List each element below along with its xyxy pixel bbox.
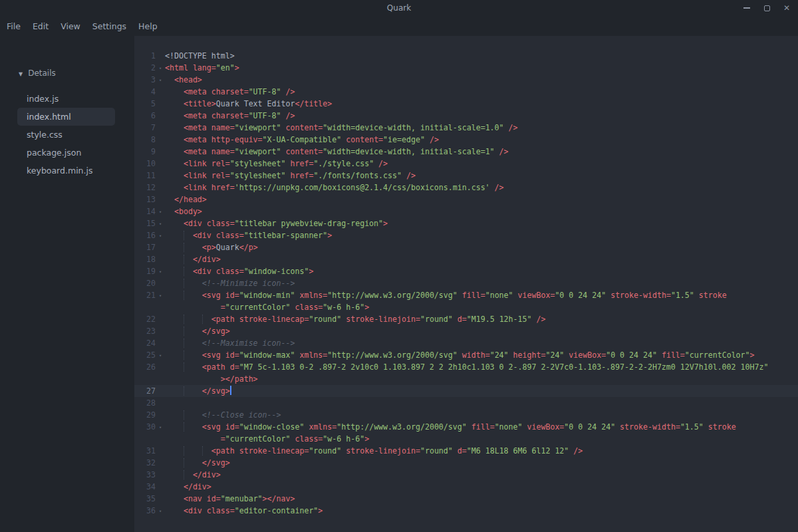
code-text: <head> xyxy=(165,74,798,86)
menu-file[interactable]: File xyxy=(7,21,21,31)
code-text: </svg> xyxy=(165,457,798,469)
code-line-continuation[interactable]: ="currentColor" class="w-6 h-6"> xyxy=(134,301,798,313)
code-line-31[interactable]: 31 <path stroke-linecap="round" stroke-l… xyxy=(134,445,798,457)
code-line-35[interactable]: 35 <nav id="menubar"></nav> xyxy=(134,493,798,505)
fold-arrow-icon[interactable]: ▾ xyxy=(156,74,165,86)
code-line-5[interactable]: 5 <title>Quark Text Editor</title> xyxy=(134,98,798,110)
gutter: 13 xyxy=(134,194,165,205)
close-icon: ✕ xyxy=(783,4,790,12)
line-number: 23 xyxy=(134,325,156,337)
fold-arrow-icon[interactable]: ▾ xyxy=(156,349,165,361)
indent-guide xyxy=(184,386,184,396)
line-number: 13 xyxy=(134,194,156,205)
fold-spacer xyxy=(156,493,165,505)
fold-arrow-icon[interactable]: ▾ xyxy=(156,265,165,277)
fold-spacer xyxy=(156,86,165,98)
fold-arrow-icon[interactable]: ▾ xyxy=(156,62,165,74)
fold-arrow-icon[interactable]: ▾ xyxy=(156,205,165,217)
code-line-23[interactable]: 23 </svg> xyxy=(134,325,798,337)
sidebar-item-index.js[interactable]: index.js xyxy=(17,90,115,108)
fold-arrow-icon[interactable]: ▾ xyxy=(156,421,165,433)
menu-view[interactable]: View xyxy=(61,21,80,31)
fold-arrow-icon[interactable]: ▾ xyxy=(156,229,165,241)
gutter: 20 xyxy=(134,277,165,289)
sidebar-item-index.html[interactable]: index.html xyxy=(17,108,115,126)
code-line-26[interactable]: 26 <path d="M7 5c-1.103 0-2 .897-2 2v10c… xyxy=(134,361,798,373)
sidebar-item-style.css[interactable]: style.css xyxy=(17,126,115,144)
code-line-10[interactable]: 10 <link rel="stylesheet" href="./style.… xyxy=(134,158,798,170)
code-line-22[interactable]: 22 <path stroke-linecap="round" stroke-l… xyxy=(134,313,798,325)
code-text: <svg id="window-min" xmlns="http://www.w… xyxy=(165,289,798,301)
code-text: <html lang="en"> xyxy=(165,62,798,74)
code-line-30[interactable]: 30▾ <svg id="window-close" xmlns="http:/… xyxy=(134,421,798,433)
text-cursor xyxy=(230,386,231,395)
code-line-32[interactable]: 32 </svg> xyxy=(134,457,798,469)
line-number: 19 xyxy=(134,265,156,277)
code-line-28[interactable]: 28 xyxy=(134,397,798,409)
maximize-button[interactable] xyxy=(762,3,771,13)
code-line-36[interactable]: 36▾ <div class="editor-container"> xyxy=(134,505,798,517)
code-line-29[interactable]: 29 <!--Close icon--> xyxy=(134,409,798,421)
minimize-button[interactable] xyxy=(742,3,751,13)
code-line-27[interactable]: 27 </svg> xyxy=(134,385,798,397)
gutter xyxy=(134,373,165,385)
line-number: 33 xyxy=(134,469,156,481)
code-line-7[interactable]: 7 <meta name="viewport" content="width=d… xyxy=(134,122,798,134)
fold-arrow-icon[interactable]: ▾ xyxy=(156,289,165,301)
fold-spacer xyxy=(156,253,165,265)
line-number: 22 xyxy=(134,313,156,325)
code-line-18[interactable]: 18 </div> xyxy=(134,253,798,265)
code-line-25[interactable]: 25▾ <svg id="window-max" xmlns="http://w… xyxy=(134,349,798,361)
code-line-8[interactable]: 8 <meta http-equiv="X-UA-Compatible" con… xyxy=(134,134,798,146)
code-line-34[interactable]: 34 </div> xyxy=(134,481,798,493)
gutter: 17 xyxy=(134,241,165,253)
code-line-12[interactable]: 12 <link href='https://unpkg.com/boxicon… xyxy=(134,182,798,194)
code-text: <!--Maximise icon--> xyxy=(165,337,798,349)
code-line-21[interactable]: 21▾ <svg id="window-min" xmlns="http://w… xyxy=(134,289,798,301)
code-line-11[interactable]: 11 <link rel="stylesheet" href="./fonts/… xyxy=(134,170,798,182)
code-line-15[interactable]: 15▾ <div class="titlebar pywebview-drag-… xyxy=(134,217,798,229)
line-number: 12 xyxy=(134,182,156,194)
code-line-continuation[interactable]: ="currentColor" class="w-6 h-6"> xyxy=(134,433,798,445)
close-button[interactable]: ✕ xyxy=(782,3,791,13)
code-line-9[interactable]: 9 <meta name="viewport" content="width=d… xyxy=(134,146,798,158)
gutter: 6 xyxy=(134,110,165,122)
code-line-1[interactable]: 1<!DOCTYPE html> xyxy=(134,50,798,62)
line-number: 17 xyxy=(134,241,156,253)
code-line-19[interactable]: 19▾ <div class="window-icons"> xyxy=(134,265,798,277)
code-line-continuation[interactable]: ></path> xyxy=(134,373,798,385)
code-line-2[interactable]: 2▾<html lang="en"> xyxy=(134,62,798,74)
code-line-6[interactable]: 6 <meta charset="UTF-8" /> xyxy=(134,110,798,122)
code-line-33[interactable]: 33 </div> xyxy=(134,469,798,481)
maximize-icon xyxy=(764,5,770,11)
fold-arrow-icon[interactable]: ▾ xyxy=(156,217,165,229)
sidebar-item-keyboard.min.js[interactable]: keyboard.min.js xyxy=(17,162,115,180)
code-line-16[interactable]: 16▾ <div class="titlebar-spanner"> xyxy=(134,229,798,241)
code-text: <div class="titlebar-spanner"> xyxy=(165,229,798,241)
sidebar-section-details[interactable]: ▼ Details xyxy=(0,68,134,78)
line-number xyxy=(134,433,156,445)
indent-guide xyxy=(184,243,184,252)
line-number: 16 xyxy=(134,229,156,241)
code-line-14[interactable]: 14▾ <body> xyxy=(134,205,798,217)
line-number: 10 xyxy=(134,158,156,170)
code-line-20[interactable]: 20 <!--Minimize icon--> xyxy=(134,277,798,289)
sidebar-section-label: Details xyxy=(28,68,56,78)
code-text: </head> xyxy=(165,194,798,205)
gutter: 34 xyxy=(134,481,165,493)
code-line-24[interactable]: 24 <!--Maximise icon--> xyxy=(134,337,798,349)
code-editor[interactable]: 1<!DOCTYPE html>2▾<html lang="en">3▾ <he… xyxy=(134,36,798,532)
sidebar-item-package.json[interactable]: package.json xyxy=(17,144,115,162)
indent-guide xyxy=(184,291,184,300)
code-line-13[interactable]: 13 </head> xyxy=(134,194,798,205)
menu-settings[interactable]: Settings xyxy=(92,21,126,31)
gutter: 12 xyxy=(134,182,165,194)
code-line-4[interactable]: 4 <meta charset="UTF-8" /> xyxy=(134,86,798,98)
menu-help[interactable]: Help xyxy=(138,21,158,31)
menu-edit[interactable]: Edit xyxy=(33,21,49,31)
code-line-17[interactable]: 17 <p>Quark</p> xyxy=(134,241,798,253)
code-line-3[interactable]: 3▾ <head> xyxy=(134,74,798,86)
fold-spacer xyxy=(156,313,165,325)
gutter: 25▾ xyxy=(134,349,165,361)
fold-arrow-icon[interactable]: ▾ xyxy=(156,505,165,517)
